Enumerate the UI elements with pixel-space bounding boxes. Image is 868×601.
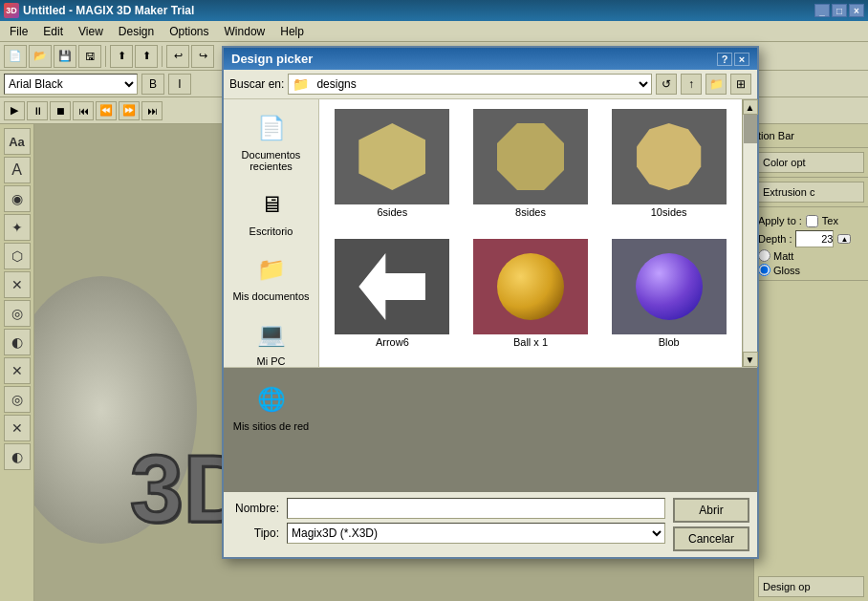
step-back-btn[interactable]: ⏪ — [96, 101, 117, 120]
pause-btn[interactable]: ⏸ — [27, 101, 48, 120]
nav-recent-docs[interactable]: 📄 Documentos recientes — [228, 107, 315, 176]
dp-refresh-btn[interactable]: ↺ — [656, 74, 677, 95]
tipo-row: Tipo: Magix3D (*.X3D) — [231, 523, 665, 544]
scroll-down-btn[interactable]: ▼ — [743, 352, 758, 367]
matt-label: Matt — [773, 250, 793, 262]
menu-design[interactable]: Design — [111, 23, 162, 40]
design-thumb-8sides — [473, 109, 588, 204]
design-item-ball[interactable]: Ball x 1 — [466, 237, 597, 359]
option-bar-section: tion Bar — [754, 124, 868, 148]
design-item-blob[interactable]: Blob — [603, 237, 734, 359]
tool-half2[interactable]: ◐ — [4, 443, 31, 470]
tool-close[interactable]: ✕ — [4, 271, 31, 298]
dp-buscar-label: Buscar en: — [229, 77, 284, 91]
tool-shape[interactable]: ✦ — [4, 214, 31, 241]
depth-row: Depth : ▲ — [758, 230, 864, 247]
tool-circle[interactable]: ◉ — [4, 185, 31, 212]
design-thumb-blob — [612, 239, 727, 334]
dp-left-nav: 📄 Documentos recientes 🖥 Escritorio 📁 Mi… — [224, 99, 319, 367]
nav-my-docs[interactable]: 📁 Mis documentos — [228, 248, 315, 306]
save-as-btn[interactable]: 🖫 — [78, 45, 101, 68]
title-bar: 3D Untitled - MAGIX 3D Maker Trial _ □ × — [0, 0, 868, 21]
dp-new-folder-btn[interactable]: 📁 — [705, 74, 727, 95]
undo-btn[interactable]: ↩ — [166, 45, 189, 68]
menu-help[interactable]: Help — [272, 23, 312, 40]
scroll-thumb[interactable] — [744, 115, 757, 143]
tool-ring[interactable]: ◎ — [4, 300, 31, 327]
matt-radio-item[interactable]: Matt — [758, 249, 864, 262]
tool-ring2[interactable]: ◎ — [4, 386, 31, 413]
open-btn[interactable]: 📂 — [29, 45, 52, 68]
nav-network[interactable]: 🌐 Mis sitios de red — [228, 378, 315, 436]
tool-half[interactable]: ◐ — [4, 329, 31, 355]
apply-to-checkbox[interactable] — [806, 215, 818, 227]
design-item-10sides[interactable]: 10sides — [603, 107, 734, 229]
tool-hex[interactable]: ⬡ — [4, 243, 31, 269]
scroll-track[interactable] — [744, 115, 757, 352]
design-option-btn[interactable]: Design op — [758, 576, 864, 597]
tipo-select[interactable]: Magix3D (*.X3D) — [287, 523, 665, 544]
tool-text[interactable]: Aa — [4, 128, 31, 155]
dp-location-select[interactable]: designs — [313, 74, 651, 95]
design-label-arrow6: Arrow6 — [376, 336, 409, 348]
export-btn[interactable]: ⬆ — [110, 45, 133, 68]
extrusion-btn[interactable]: Extrusion c — [758, 182, 864, 203]
nombre-input[interactable] — [287, 498, 665, 519]
dp-close-btn[interactable]: × — [734, 53, 749, 66]
menu-view[interactable]: View — [71, 23, 111, 40]
design-label-8sides: 8sides — [515, 206, 546, 218]
dp-location-container: 📁 designs — [288, 74, 652, 95]
dp-up-btn[interactable]: ↑ — [681, 74, 702, 95]
dp-fields: Nombre: Tipo: Magix3D (*.X3D) — [224, 492, 673, 549]
stop-btn[interactable]: ⏹ — [50, 101, 71, 120]
depth-up-btn[interactable]: ▲ — [837, 234, 851, 244]
step-fwd-btn[interactable]: ⏩ — [119, 101, 140, 120]
gloss-label: Gloss — [773, 265, 800, 276]
menu-options[interactable]: Options — [162, 23, 216, 40]
close-btn[interactable]: × — [849, 4, 864, 17]
save-btn[interactable]: 💾 — [54, 45, 76, 68]
bold-btn[interactable]: B — [141, 74, 164, 95]
abrir-btn[interactable]: Abrir — [673, 498, 749, 523]
design-item-6sides[interactable]: 6sides — [327, 107, 458, 229]
tool-select[interactable]: A — [4, 157, 31, 183]
menu-file[interactable]: File — [2, 23, 35, 40]
gloss-radio[interactable] — [758, 264, 770, 276]
nav-my-pc[interactable]: 💻 Mi PC — [228, 313, 315, 371]
option-bar-label: tion Bar — [758, 130, 864, 141]
app-icon: 3D — [4, 3, 19, 18]
play-btn[interactable]: ▶ — [4, 101, 25, 120]
design-item-8sides[interactable]: 8sides — [466, 107, 597, 229]
menu-bar: File Edit View Design Options Window Hel… — [0, 21, 868, 42]
desktop-icon: 🖥 — [254, 187, 289, 222]
dp-help-btn[interactable]: ? — [717, 53, 732, 66]
depth-input[interactable] — [795, 230, 834, 247]
tool-x2[interactable]: ✕ — [4, 357, 31, 384]
menu-window[interactable]: Window — [217, 23, 273, 40]
prev-btn[interactable]: ⏮ — [73, 101, 94, 120]
minimize-btn[interactable]: _ — [814, 4, 830, 17]
export2-btn[interactable]: ⬆ — [135, 45, 158, 68]
dp-buttons: Abrir Cancelar — [673, 492, 757, 557]
tool-x3[interactable]: ✕ — [4, 415, 31, 441]
color-option-btn[interactable]: Color opt — [758, 152, 864, 173]
left-toolbar: Aa A ◉ ✦ ⬡ ✕ ◎ ◐ ✕ ◎ ✕ ◐ — [0, 124, 34, 601]
next-btn[interactable]: ⏭ — [141, 101, 163, 120]
menu-edit[interactable]: Edit — [35, 23, 71, 40]
maximize-btn[interactable]: □ — [832, 4, 847, 17]
design-label-ball: Ball x 1 — [513, 336, 548, 348]
new-btn[interactable]: 📄 — [4, 45, 27, 68]
nav-desktop[interactable]: 🖥 Escritorio — [228, 183, 315, 241]
font-select[interactable]: Arial Black — [4, 74, 138, 95]
cancelar-btn[interactable]: Cancelar — [673, 526, 749, 551]
redo-btn[interactable]: ↪ — [191, 45, 214, 68]
oct-shape — [497, 123, 564, 190]
italic-btn[interactable]: I — [168, 74, 191, 95]
matt-radio[interactable] — [758, 249, 770, 262]
design-thumb-ball — [473, 239, 588, 334]
design-thumb-6sides — [335, 109, 449, 204]
gloss-radio-item[interactable]: Gloss — [758, 264, 864, 276]
scroll-up-btn[interactable]: ▲ — [743, 99, 758, 115]
dp-view-btn[interactable]: ⊞ — [730, 74, 751, 95]
design-item-arrow6[interactable]: Arrow6 — [327, 237, 458, 359]
